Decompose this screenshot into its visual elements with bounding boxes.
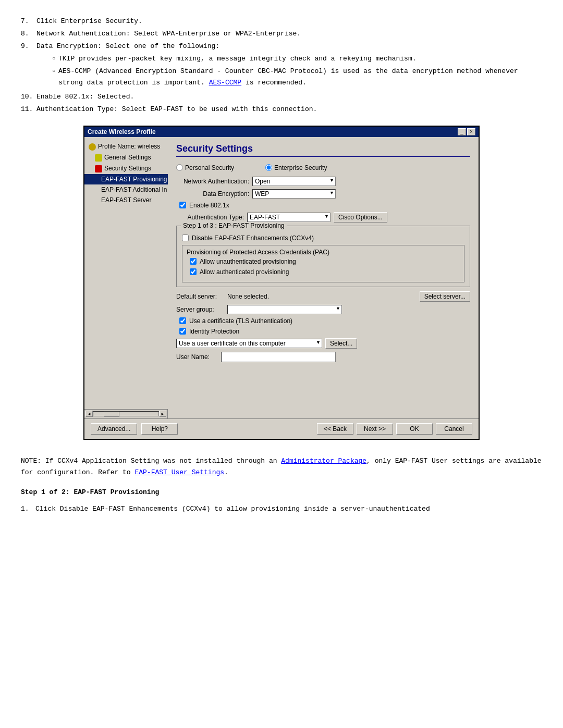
sidebar-item-general[interactable]: General Settings bbox=[84, 152, 168, 163]
next-button[interactable]: Next >> bbox=[357, 423, 393, 435]
personal-security-label: Personal Security bbox=[185, 164, 234, 171]
auth-type-label: Authentication Type: bbox=[176, 214, 244, 221]
personal-security-radio[interactable] bbox=[176, 164, 183, 171]
sidebar-item-label: Profile Name: wireless bbox=[98, 143, 160, 150]
disable-eap-row: Disable EAP-FAST Enhancements (CCXv4) bbox=[182, 235, 464, 242]
aes-ccmp-link[interactable]: AES-CCMP bbox=[209, 79, 241, 87]
footer-right-buttons: << Back Next >> OK Cancel bbox=[317, 423, 472, 435]
identity-prot-checkbox[interactable] bbox=[179, 328, 186, 335]
auth-type-row: Authentication Type: EAP-FAST Cisco Opti… bbox=[176, 212, 470, 223]
note-text-1: NOTE: If CCXv4 Application Setting was n… bbox=[21, 457, 281, 465]
instruction-item-9: 9. Data Encryption: Select one of the fo… bbox=[21, 41, 542, 90]
scroll-right-arrow[interactable]: ► bbox=[159, 411, 166, 417]
cert-select-wrap[interactable]: Use a user certificate on this computer bbox=[176, 339, 322, 348]
security-icon bbox=[95, 165, 102, 172]
scrollbar-thumb[interactable] bbox=[104, 412, 119, 417]
general-icon bbox=[95, 154, 102, 162]
disable-eap-label: Disable EAP-FAST Enhancements (CCXv4) bbox=[192, 235, 314, 242]
cancel-button[interactable]: Cancel bbox=[436, 423, 472, 435]
dialog-body: Profile Name: wireless General Settings … bbox=[84, 137, 479, 418]
enterprise-security-label: Enterprise Security bbox=[274, 164, 327, 171]
footer-left-buttons: Advanced... Help? bbox=[91, 423, 178, 435]
allow-unauth-row: Allow unauthenticated provisioning bbox=[190, 258, 460, 265]
eap-fast-user-settings-link[interactable]: EAP-FAST User Settings bbox=[134, 468, 224, 476]
main-panel: Security Settings Personal Security Ente… bbox=[168, 137, 479, 418]
back-button[interactable]: << Back bbox=[317, 423, 353, 435]
use-cert-checkbox[interactable] bbox=[179, 317, 186, 324]
pac-group: Provisioning of Protected Access Credent… bbox=[182, 245, 464, 282]
network-auth-label: Network Authentication: bbox=[176, 178, 249, 185]
dialog-titlebar: Create Wireless Profile _ × bbox=[84, 127, 479, 137]
sidebar: Profile Name: wireless General Settings … bbox=[84, 137, 168, 409]
sidebar-item-eap-additional[interactable]: EAP-FAST Additional In bbox=[84, 184, 168, 195]
network-auth-select-wrap[interactable]: Open bbox=[252, 177, 336, 186]
default-server-label: Default server: bbox=[176, 293, 223, 300]
select-cert-button[interactable]: Select... bbox=[325, 338, 357, 349]
create-wireless-profile-dialog: Create Wireless Profile _ × Profile Name… bbox=[83, 126, 480, 440]
instruction-item-11: 11. Authentication Type: Select EAP-FAST… bbox=[21, 104, 542, 115]
cert-select[interactable]: Use a user certificate on this computer bbox=[176, 339, 322, 348]
scroll-left-arrow[interactable]: ◄ bbox=[85, 411, 93, 417]
default-server-value: None selected. bbox=[227, 293, 415, 300]
sidebar-item-label: Security Settings bbox=[104, 165, 151, 172]
user-name-row: User Name: bbox=[176, 352, 470, 362]
enable-802-checkbox[interactable] bbox=[179, 202, 186, 208]
dialog-title: Create Wireless Profile bbox=[88, 128, 156, 135]
select-server-button[interactable]: Select server... bbox=[420, 291, 470, 302]
user-name-label: User Name: bbox=[176, 353, 218, 361]
minimize-button[interactable]: _ bbox=[458, 128, 466, 135]
titlebar-buttons: _ × bbox=[458, 128, 475, 135]
sidebar-item-security[interactable]: Security Settings bbox=[84, 163, 168, 174]
enable-802-row: Enable 802.1x bbox=[179, 202, 470, 209]
step-1-item: 1. Click Disable EAP-FAST Enhancements (… bbox=[21, 503, 542, 515]
allow-unauth-checkbox[interactable] bbox=[190, 258, 197, 265]
server-group-label: Server group: bbox=[176, 306, 223, 313]
use-cert-row: Use a certificate (TLS Authentication) bbox=[179, 317, 470, 325]
server-group-select[interactable] bbox=[227, 305, 342, 314]
data-encryption-row: Data Encryption: WEP bbox=[176, 189, 470, 199]
sidebar-item-profile[interactable]: Profile Name: wireless bbox=[84, 141, 168, 152]
dialog-footer: Advanced... Help? << Back Next >> OK Can… bbox=[84, 418, 479, 439]
panel-title: Security Settings bbox=[176, 143, 470, 157]
disable-eap-checkbox[interactable] bbox=[182, 235, 189, 241]
sidebar-item-label: General Settings bbox=[104, 154, 151, 161]
network-auth-row: Network Authentication: Open bbox=[176, 177, 470, 186]
dialog-overlay: Create Wireless Profile _ × Profile Name… bbox=[21, 126, 542, 440]
enterprise-security-radio-label[interactable]: Enterprise Security bbox=[265, 164, 327, 171]
administrator-package-link[interactable]: Administrator Package bbox=[281, 457, 366, 465]
note-text-3: . bbox=[224, 468, 228, 476]
ok-button[interactable]: OK bbox=[396, 423, 433, 435]
data-encryption-select[interactable]: WEP bbox=[252, 189, 336, 199]
close-button[interactable]: × bbox=[467, 128, 475, 135]
sidebar-item-label: EAP-FAST Server bbox=[101, 196, 151, 204]
allow-unauth-label: Allow unauthenticated provisioning bbox=[200, 258, 296, 265]
sidebar-item-eap-provisioning[interactable]: EAP-FAST Provisioning bbox=[84, 174, 168, 184]
identity-prot-label: Identity Protection bbox=[189, 328, 239, 335]
allow-auth-label: Allow authenticated provisioning bbox=[200, 268, 289, 276]
default-server-row: Default server: None selected. Select se… bbox=[176, 291, 470, 302]
advanced-button[interactable]: Advanced... bbox=[91, 423, 137, 435]
use-cert-label: Use a certificate (TLS Authentication) bbox=[189, 317, 292, 325]
personal-security-radio-label[interactable]: Personal Security bbox=[176, 164, 234, 171]
network-auth-select[interactable]: Open bbox=[252, 177, 336, 186]
data-encryption-select-wrap[interactable]: WEP bbox=[252, 189, 336, 199]
bottom-text: NOTE: If CCXv4 Application Setting was n… bbox=[21, 455, 542, 515]
sidebar-item-label: EAP-FAST Provisioning bbox=[101, 176, 167, 183]
sidebar-scrollbar[interactable]: ◄ ► bbox=[84, 409, 167, 418]
step-section-heading: Step 1 of 2: EAP-FAST Provisioning bbox=[21, 487, 542, 498]
user-name-input[interactable] bbox=[221, 352, 336, 362]
auth-type-select[interactable]: EAP-FAST bbox=[247, 213, 331, 222]
auth-type-select-wrap[interactable]: EAP-FAST bbox=[247, 213, 331, 222]
sub-item-tkip: TKIP provides per-packet key mixing, a m… bbox=[52, 53, 542, 65]
scrollbar-track[interactable] bbox=[93, 411, 159, 416]
sidebar-item-eap-server[interactable]: EAP-FAST Server bbox=[84, 195, 168, 205]
help-button[interactable]: Help? bbox=[141, 423, 178, 435]
note-paragraph: NOTE: If CCXv4 Application Setting was n… bbox=[21, 455, 542, 478]
step-group: Step 1 of 3 : EAP-FAST Provisioning Disa… bbox=[176, 226, 470, 287]
security-type-radio-group: Personal Security Enterprise Security bbox=[176, 164, 470, 171]
instruction-item-8: 8. Network Authentication: Select WPA-En… bbox=[21, 28, 542, 40]
cisco-options-button[interactable]: Cisco Options... bbox=[334, 212, 387, 223]
server-group-select-wrap[interactable] bbox=[227, 305, 342, 314]
allow-auth-checkbox[interactable] bbox=[190, 268, 197, 275]
enterprise-security-radio[interactable] bbox=[265, 164, 272, 171]
